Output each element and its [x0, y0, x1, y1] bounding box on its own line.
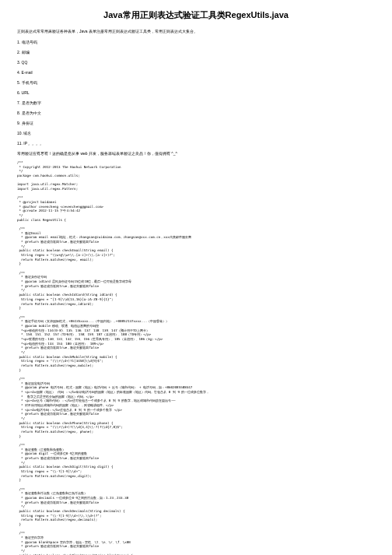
page-title: Java常用正则表达式验证工具类RegexUtils.java — [17, 9, 375, 21]
list-item: 1. 电话号码 — [17, 40, 375, 44]
list-item: 9. 身份证 — [17, 121, 375, 125]
list-item: 7. 是否为数字 — [17, 100, 375, 105]
list-item: 5. 手机号码 — [17, 80, 375, 85]
list-item: 11. IP 。。。。 — [17, 141, 375, 146]
code-block: /** * Copyright 2012-2013 The Haohui Net… — [17, 160, 375, 555]
note-text: 常用验证应有尽有！这的确是您从事 web 开发，服务器端表单验证之良品！你，值得… — [17, 151, 375, 156]
list-item: 6. URL — [17, 90, 375, 95]
list-item: 10. 域名 — [17, 131, 375, 135]
list-item: 4. E-mail — [17, 70, 375, 75]
list-item: 2. 邮编 — [17, 50, 375, 54]
list-item: 8. 是否为中文 — [17, 111, 375, 115]
numbered-list: 1. 电话号码 2. 邮编 3. QQ 4. E-mail 5. 手机号码 6.… — [17, 40, 375, 146]
intro-text: 正则表达式常常用来验证各种表单，Java 表单注册常用正则表达式验证工具类，常用… — [17, 29, 375, 33]
list-item: 3. QQ — [17, 60, 375, 65]
